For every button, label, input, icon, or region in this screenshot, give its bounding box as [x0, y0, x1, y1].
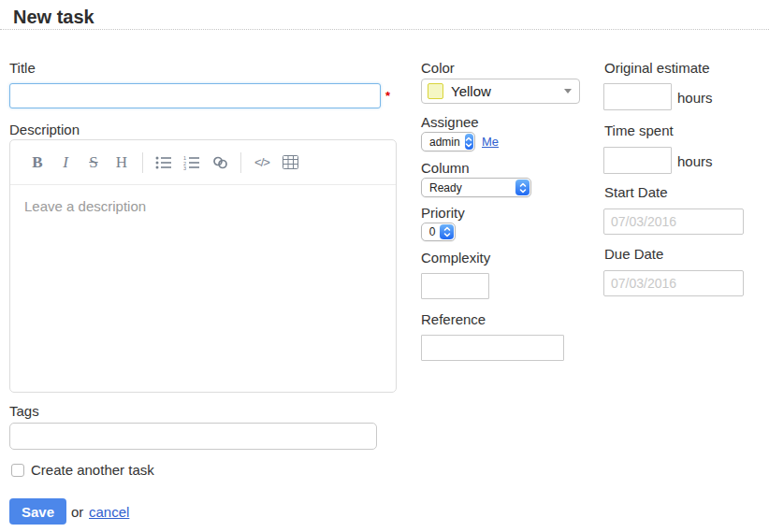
or-text: or [71, 504, 83, 520]
due-date-input[interactable] [603, 270, 744, 296]
time-spent-label: Time spent [604, 122, 674, 138]
assignee-select[interactable]: admin [421, 132, 475, 151]
code-icon: </> [254, 155, 269, 169]
color-selected-value: Yellow [451, 83, 564, 99]
italic-button[interactable]: I [51, 149, 80, 177]
assignee-selected-value: admin [422, 136, 464, 149]
link-button[interactable] [206, 149, 234, 177]
code-button[interactable]: </> [248, 149, 276, 177]
toolbar-separator [240, 152, 241, 173]
start-date-label: Start Date [604, 184, 668, 200]
link-icon [211, 155, 229, 170]
table-button[interactable] [276, 149, 304, 177]
table-icon [283, 155, 298, 169]
title-input[interactable] [9, 83, 381, 108]
color-select[interactable]: Yellow [421, 79, 580, 104]
time-spent-unit: hours [677, 153, 713, 169]
create-another-checkbox[interactable] [11, 464, 24, 477]
complexity-input[interactable] [421, 273, 489, 299]
heading-icon: H [116, 153, 127, 172]
original-estimate-label: Original estimate [604, 60, 710, 76]
tags-input[interactable] [9, 423, 377, 450]
original-estimate-input[interactable] [603, 83, 672, 110]
column-selected-value: Ready [422, 181, 515, 194]
color-label: Color [421, 60, 455, 76]
cancel-link[interactable]: cancel [89, 504, 129, 520]
unordered-list-icon [155, 155, 172, 170]
description-textarea[interactable] [10, 185, 396, 389]
bold-icon: B [32, 153, 42, 172]
chevron-down-icon [564, 89, 572, 93]
new-task-page: New task Title * Description B I S H 1 2… [0, 0, 769, 532]
editor-toolbar: B I S H 1 2 3 [10, 140, 396, 185]
unordered-list-button[interactable] [150, 149, 178, 177]
svg-text:3: 3 [183, 165, 186, 170]
column-label: Column [421, 160, 470, 176]
color-swatch-yellow [428, 83, 443, 99]
priority-select[interactable]: 0 [421, 223, 456, 241]
heading-button[interactable]: H [108, 149, 136, 177]
toolbar-separator [142, 152, 143, 173]
title-label: Title [9, 60, 36, 76]
select-stepper-icon [440, 224, 454, 239]
strikethrough-button[interactable]: S [80, 149, 108, 177]
select-stepper-icon [515, 180, 530, 195]
original-estimate-unit: hours [677, 90, 713, 106]
priority-label: Priority [421, 205, 465, 221]
reference-input[interactable] [421, 335, 564, 361]
description-label: Description [9, 122, 80, 137]
assignee-label: Assignee [421, 114, 479, 130]
required-asterisk: * [385, 89, 390, 103]
description-editor: B I S H 1 2 3 [9, 139, 397, 393]
strikethrough-icon: S [89, 153, 97, 172]
header-divider [0, 29, 769, 30]
ordered-list-button[interactable]: 1 2 3 [178, 149, 206, 177]
priority-selected-value: 0 [422, 225, 439, 238]
select-stepper-icon [465, 134, 473, 150]
start-date-input[interactable] [603, 208, 744, 235]
save-button[interactable]: Save [9, 498, 66, 525]
tags-label: Tags [9, 403, 39, 419]
reference-label: Reference [421, 311, 486, 327]
assign-me-link[interactable]: Me [482, 135, 499, 149]
ordered-list-icon: 1 2 3 [183, 155, 200, 170]
complexity-label: Complexity [421, 250, 490, 266]
due-date-label: Due Date [604, 246, 663, 262]
bold-button[interactable]: B [23, 149, 51, 177]
italic-icon: I [63, 153, 68, 172]
time-spent-input[interactable] [603, 147, 672, 174]
create-another-label: Create another task [31, 462, 154, 478]
column-select[interactable]: Ready [421, 178, 531, 197]
page-title: New task [13, 7, 94, 28]
